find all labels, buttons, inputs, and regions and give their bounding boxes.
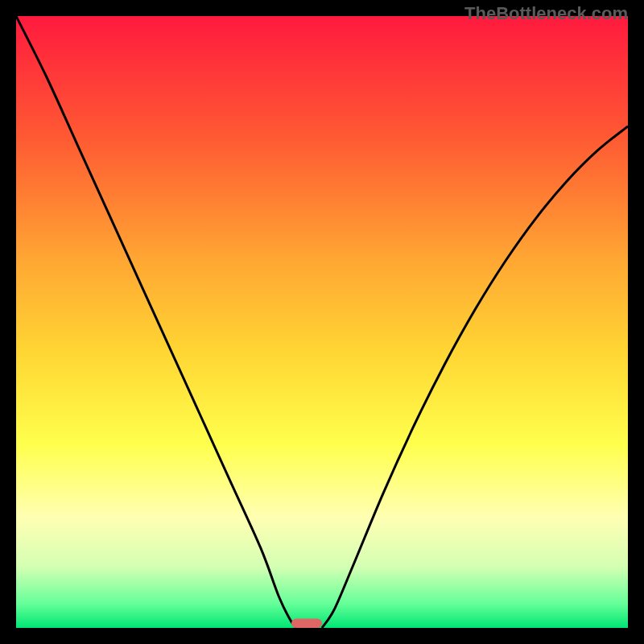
- chart-svg: [16, 16, 628, 628]
- chart-plot-area: [16, 16, 628, 628]
- watermark-text: TheBottleneck.com: [464, 3, 628, 24]
- bottleneck-marker: [291, 619, 322, 628]
- chart-background: [16, 16, 628, 628]
